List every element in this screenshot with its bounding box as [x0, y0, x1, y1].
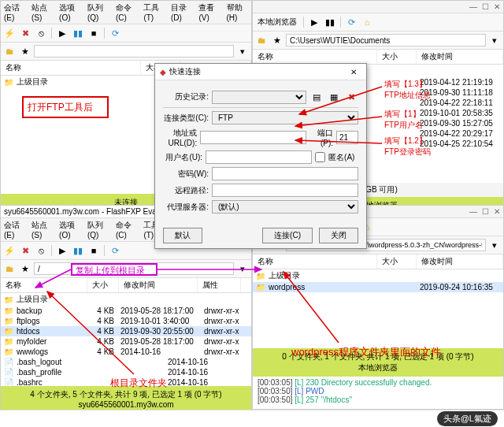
menu-item[interactable]: 选项(O) [59, 220, 81, 239]
disconnect-icon[interactable]: ✖ [18, 243, 32, 258]
col-name[interactable]: 名称 [253, 50, 377, 64]
menu-item[interactable]: 选项(O) [59, 2, 81, 22]
list-item-selected[interactable]: 📁wordpress2019-09-24 10:16:35 [253, 282, 503, 292]
minimize-icon[interactable]: — [469, 207, 477, 216]
path-input[interactable] [34, 262, 234, 275]
play-icon[interactable]: ▶ [55, 243, 69, 258]
bookmark-icon[interactable]: ★ [18, 262, 32, 276]
stop-icon[interactable]: ■ [87, 26, 101, 40]
pass-input[interactable] [212, 167, 358, 180]
abort-icon[interactable]: ⦸ [34, 243, 48, 258]
window-controls: — ☐ ✕ [469, 207, 500, 216]
user-label: 用户名(U): [163, 152, 202, 163]
file-list[interactable]: 📁上级目录 📁wordpress2019-09-24 10:16:35 [253, 269, 503, 348]
pathbar: 🖿 ★ ▾ [1, 260, 251, 278]
remote-label: 远程路径: [163, 185, 209, 196]
abort-icon[interactable]: ⦸ [34, 26, 48, 40]
status-bar: 0 个文件夹, 1 个文件夹, 共计 1 项, 已选定 1 项 (0 字节)本地… [253, 348, 503, 377]
remote-input[interactable] [212, 184, 358, 197]
history-btn1[interactable]: ▤ [309, 90, 324, 104]
connect-button[interactable]: 连接(C) [262, 228, 313, 243]
refresh-icon[interactable]: ⟳ [344, 15, 358, 29]
list-item[interactable]: 📁ftplogs4 KB2019-10-01 3:40:00drwxr-xr-x [1, 316, 251, 326]
play-icon[interactable]: ▶ [307, 15, 321, 29]
col-name[interactable]: 名称 [1, 61, 141, 75]
delete-icon[interactable]: ✖ [344, 90, 358, 104]
minimize-icon[interactable]: — [469, 2, 477, 11]
dropdown-icon[interactable]: ▾ [235, 44, 250, 58]
menu-item[interactable]: 队列(Q) [87, 220, 109, 239]
menu-item[interactable]: 查看(V) [198, 2, 220, 22]
updir-row[interactable]: 📁上级目录 [1, 293, 251, 306]
close-icon[interactable]: ✕ [494, 207, 500, 216]
default-button[interactable]: 默认 [163, 228, 202, 243]
close-button[interactable]: 关闭 [319, 228, 358, 243]
user-input[interactable] [206, 150, 312, 164]
column-headers: 名称 大小 修改时间 [253, 254, 503, 269]
dropdown-icon[interactable]: ▾ [235, 262, 250, 276]
menu-item[interactable]: 队列(Q) [87, 2, 109, 22]
col-perm[interactable]: 属性 [198, 278, 241, 292]
refresh-icon[interactable]: ⟳ [108, 243, 122, 258]
port-input[interactable] [336, 131, 358, 144]
maximize-icon[interactable]: ☐ [482, 207, 489, 216]
bookmark-icon[interactable]: ★ [270, 33, 284, 47]
col-name[interactable]: 名称 [253, 254, 377, 269]
close-icon[interactable]: ✕ [494, 2, 500, 11]
url-input[interactable] [200, 131, 306, 144]
disconnect-icon[interactable]: ✖ [18, 26, 32, 40]
list-item[interactable]: 📁backup4 KB2019-05-28 18:17:00drwxr-xr-x [1, 306, 251, 316]
dropdown-icon[interactable]: ▾ [487, 238, 502, 252]
col-size[interactable]: 大小 [377, 254, 417, 269]
menu-item[interactable]: 命令(C) [116, 220, 137, 239]
menu-item[interactable]: 工具(T) [143, 2, 165, 22]
maximize-icon[interactable]: ☐ [482, 2, 489, 11]
dropdown-icon[interactable]: ▾ [487, 33, 502, 47]
col-date[interactable]: 修改时间 [417, 254, 503, 269]
proxy-select[interactable]: (默认) [212, 200, 358, 214]
anon-checkbox[interactable] [315, 150, 325, 164]
list-item-selected[interactable]: 📁htdocs4 KB2019-09-30 20:55:00drwxr-xr-x [1, 326, 251, 336]
file-list[interactable]: 📁上级目录 📁backup4 KB2019-05-28 18:17:00drwx… [1, 293, 251, 386]
menu-item[interactable]: 站点(S) [32, 220, 53, 239]
pause-icon[interactable]: ▮▮ [71, 26, 85, 40]
connect-icon[interactable]: ⚡ [2, 243, 17, 258]
menu-item[interactable]: 帮助(H) [227, 2, 248, 22]
updir-row[interactable]: 📁上级目录 [253, 269, 503, 282]
list-item[interactable]: 📄.bashrc2014-10-16 [1, 377, 251, 386]
col-name[interactable]: 名称 [1, 278, 87, 292]
menu-item[interactable]: 会话(E) [4, 220, 25, 239]
bookmark-icon[interactable]: ★ [18, 44, 32, 58]
pause-icon[interactable]: ▮▮ [323, 15, 337, 29]
col-date[interactable]: 修改时间 [417, 50, 503, 64]
pause-icon[interactable]: ▮▮ [71, 243, 85, 258]
tree-icon[interactable]: 🖿 [254, 33, 269, 47]
connect-icon[interactable]: ⚡ [2, 26, 17, 40]
history-label: 历史记录: [163, 91, 209, 102]
history-btn2[interactable]: ▦ [327, 90, 341, 104]
stop-icon[interactable]: ■ [87, 243, 101, 258]
type-label: 连接类型(C): [163, 113, 209, 124]
list-item[interactable]: 📄.bash_profile2014-10-16 [1, 367, 251, 377]
play-icon[interactable]: ▶ [55, 26, 69, 40]
menu-item[interactable]: 命令(C) [116, 2, 137, 22]
tree-icon[interactable]: 🖿 [2, 44, 17, 58]
dialog-title: 快速连接 [169, 66, 201, 77]
list-item[interactable]: 📄.bash_logout2014-10-16 [1, 357, 251, 367]
list-item[interactable]: 📁myfolder4 KB2019-05-28 18:17:00drwxr-xr… [1, 336, 251, 347]
list-item[interactable]: 📁wwwlogs4 KB2014-10-16drwxr-xr-x [1, 347, 251, 357]
menu-item[interactable]: 站点(S) [32, 2, 53, 22]
col-size[interactable]: 大小 [377, 50, 417, 64]
refresh-icon[interactable]: ⟳ [108, 26, 122, 40]
menu-item[interactable]: 会话(E) [4, 2, 25, 22]
path-input[interactable] [34, 45, 234, 58]
tree-icon[interactable]: 🖿 [2, 262, 17, 276]
col-date[interactable]: 修改时间 [119, 278, 198, 292]
history-select[interactable] [212, 91, 306, 104]
home-icon[interactable]: ⌂ [360, 15, 374, 29]
menu-item[interactable]: 目录(D) [171, 2, 192, 22]
col-size[interactable]: 大小 [87, 278, 119, 292]
path-input[interactable] [286, 34, 486, 46]
type-select[interactable]: FTP [212, 111, 358, 124]
close-icon[interactable]: ✕ [346, 68, 361, 76]
